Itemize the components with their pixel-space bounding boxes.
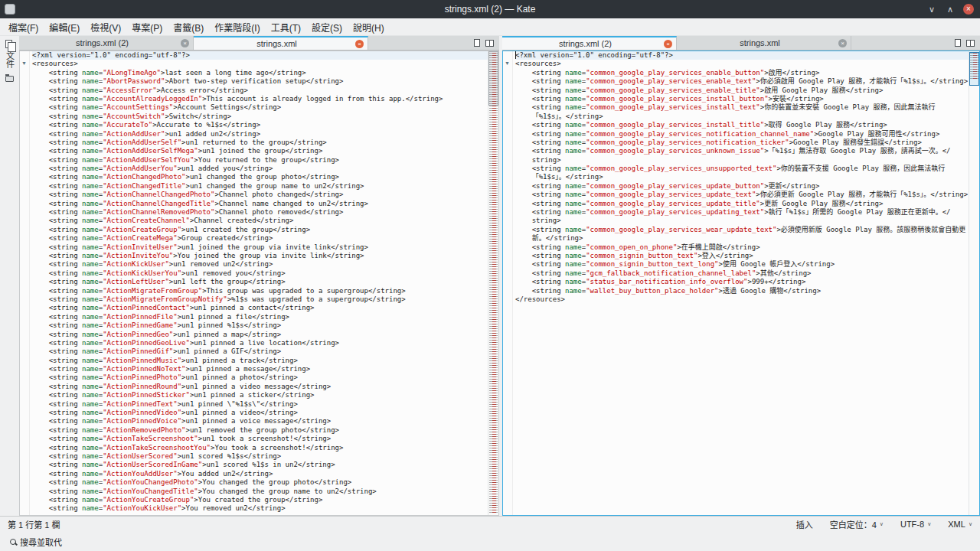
code-line[interactable]: <string name="ActionPinnedVideo">un1 pin… [32,409,488,417]
close-icon[interactable]: × [963,4,974,15]
text-editor-area[interactable]: <?xml version="1.0" encoding="utf-8"?><r… [513,51,969,515]
scrollbar-minimap[interactable] [969,51,979,515]
code-line[interactable]: <string name="ActionChangedPhoto">un1 ch… [32,173,488,181]
code-fold-arrow-icon[interactable]: ▼ [505,60,510,66]
code-line[interactable]: <string name="common_google_play_service… [515,200,969,208]
code-line[interactable]: <string name="AccessError">Access error<… [32,86,488,95]
code-line[interactable]: <string name="ActionKickUserYou">un1 rem… [32,269,488,278]
code-line[interactable]: <string name="common_google_play_service… [515,103,969,112]
open-new-tab-icon[interactable] [474,39,480,47]
code-line[interactable]: <string name="AbortPassword">Abort two-s… [32,77,488,86]
code-line[interactable]: <string name="common_google_play_service… [515,95,969,103]
code-line[interactable]: <string name="common_google_play_service… [515,130,969,139]
code-line[interactable]: <string name="common_google_play_service… [515,86,969,95]
code-line[interactable]: <string name="ActionUserScored">un1 scor… [32,452,488,461]
text-editor-area[interactable]: <?xml version="1.0" encoding="utf-8"?><r… [30,51,488,515]
code-fold-arrow-icon[interactable]: ▼ [21,60,27,66]
code-line[interactable]: <string name="ActionCreateGroup">un1 cre… [32,226,488,234]
code-line[interactable]: <string name="ActionChannelRemovedPhoto"… [32,208,488,217]
syntax-mode-widget[interactable]: XML ∨ [948,520,972,529]
encoding-widget[interactable]: UTF-8 ∨ [900,520,931,529]
code-line[interactable]: <string name="common_google_play_service… [515,165,969,173]
menu-item-tools[interactable]: 工具(T) [266,19,306,35]
tab-strings-xml[interactable]: strings.xml× [677,36,851,50]
code-line[interactable]: <string name="ActionMigrateFromGroup">Th… [32,287,488,295]
code-line[interactable]: string> [515,156,969,165]
code-line[interactable]: <string name="ActionCreateMega">Group cr… [32,234,488,243]
code-line[interactable]: <string name="common_google_play_service… [515,77,969,86]
menu-item-bookmarks[interactable]: 書籤(B) [168,19,209,35]
code-line[interactable]: <string name="common_google_play_service… [515,208,969,217]
minimize-icon[interactable]: ∨ [926,4,937,15]
code-line[interactable]: <string name="AccountSwitch">Switch</str… [32,112,488,121]
code-line[interactable]: <string name="ActionAddUserSelfYou">You … [32,156,488,165]
code-line[interactable]: <string name="ActionPinnedPhoto">un1 pin… [32,373,488,382]
code-line[interactable]: <string name="ActionTakeScreenshoot">un1… [32,435,488,443]
code-line[interactable]: <?xml version="1.0" encoding="utf-8"?> [515,51,969,60]
menu-item-sessions[interactable]: 作業階段(I) [209,19,265,35]
code-line[interactable]: <string name="ActionMigrateFromGroupNoti… [32,295,488,304]
code-line[interactable]: <string name="common_open_on_phone">在手機上… [515,243,969,252]
code-line[interactable]: <string name="gcm_fallback_notification_… [515,269,969,278]
code-line[interactable]: <string name="ActionPinnedText">un1 pinn… [32,400,488,409]
input-mode-widget[interactable]: 插入 [796,518,813,530]
code-line[interactable]: <string name="ActionPinnedVoice">un1 pin… [32,417,488,425]
code-line[interactable]: <resources> [32,60,488,68]
code-line[interactable]: <string name="AccountSettings">Account S… [32,103,488,112]
tab-width-widget[interactable]: 空白定位：4 ∨ [830,518,884,530]
minimap-visible-region[interactable] [488,51,498,106]
code-line[interactable]: string> [515,217,969,225]
document-list-icon[interactable] [485,40,494,47]
code-line[interactable]: <string name="ActionChangedTitle">un1 ch… [32,182,488,191]
code-line[interactable]: <string name="ActionPinnedMusic">un1 pin… [32,357,488,365]
code-line[interactable]: <string name="ActionPinnedRound">un1 pin… [32,383,488,391]
menu-item-view[interactable]: 檢視(V) [85,19,126,35]
code-line[interactable]: <string name="common_google_play_service… [515,182,969,191]
code-line[interactable]: <string name="ActionPinnedGeoLive">un1 p… [32,339,488,347]
code-line[interactable]: <string name="ActionPinnedFile">un1 pinn… [32,313,488,321]
code-line[interactable]: <string name="ActionYouAddUser">You adde… [32,470,488,478]
code-line[interactable]: <string name="common_google_play_service… [515,121,969,129]
code-line[interactable]: <string name="common_signin_button_text"… [515,252,969,260]
code-line[interactable]: <string name="ActionYouKickUser">You rem… [32,504,488,513]
menu-item-settings[interactable]: 設定(S) [306,19,348,35]
code-line[interactable]: <string name="ActionChannelChangedTitle"… [32,200,488,208]
code-line[interactable]: 新。</string> [515,234,969,243]
code-line[interactable]: <string name="status_bar_notification_in… [515,278,969,286]
documents-tool-button[interactable]: 文件 [4,40,16,68]
code-line[interactable]: <string name="ActionPinnedNoText">un1 pi… [32,365,488,373]
tab-close-icon[interactable]: × [355,40,364,48]
menu-item-file[interactable]: 檔案(F) [3,19,44,35]
code-line[interactable]: <resources> [515,60,969,68]
code-line[interactable]: <string name="ActionInviteYou">You joine… [32,252,488,260]
code-line[interactable]: <string name="ActionPinnedSticker">un1 p… [32,391,488,399]
tab-strings-xml-2[interactable]: strings.xml (2)× [19,36,194,50]
open-new-tab-icon[interactable] [955,39,961,47]
tab-strings-xml[interactable]: strings.xml× [194,36,368,50]
code-line[interactable]: <string name="ActionPinnedContact">un1 p… [32,304,488,312]
code-line[interactable]: <string name="common_google_play_service… [515,226,969,234]
code-line[interactable]: <string name="ActionAddUserYou">un1 adde… [32,165,488,173]
code-line[interactable]: <string name="ActionRemovedPhoto">un1 re… [32,426,488,435]
code-line[interactable]: <string name="ActionPinnedGame">un1 pinn… [32,321,488,330]
code-line[interactable]: <string name="common_google_play_service… [515,191,969,199]
search-replace-tool-button[interactable]: 搜尋並取代 [5,534,67,549]
code-line[interactable]: <string name="common_signin_button_text_… [515,260,969,269]
code-line[interactable]: 「%1$s」。</string> [515,112,969,121]
code-line[interactable]: <string name="common_google_play_service… [515,147,969,155]
tab-close-icon[interactable]: × [838,39,847,47]
code-line[interactable]: <string name="ActionLeftUser">un1 left t… [32,278,488,286]
code-line[interactable]: <string name="ALongTimeAgo">last seen a … [32,69,488,77]
tab-strings-xml-2[interactable]: strings.xml (2)× [502,36,677,50]
menu-item-edit[interactable]: 編輯(E) [44,19,85,35]
code-line[interactable]: <string name="ActionCreateChannel">Chann… [32,217,488,225]
code-line[interactable]: <string name="ActionPinnedGeo">un1 pinne… [32,331,488,339]
code-line[interactable]: <string name="ActionChannelChangedPhoto"… [32,191,488,199]
code-line[interactable]: <string name="ActionYouCreateGroup">You … [32,496,488,504]
menu-item-help[interactable]: 說明(H) [348,19,390,35]
filesystem-tool-button[interactable] [5,76,14,82]
code-line[interactable]: <string name="ActionUserScoredInGame">un… [32,461,488,469]
code-line[interactable]: <string name="ActionYouChangedTitle">You… [32,487,488,496]
code-line[interactable]: <string name="AccountAlreadyLoggedIn">Th… [32,95,488,103]
menu-item-projects[interactable]: 專案(P) [126,19,168,35]
